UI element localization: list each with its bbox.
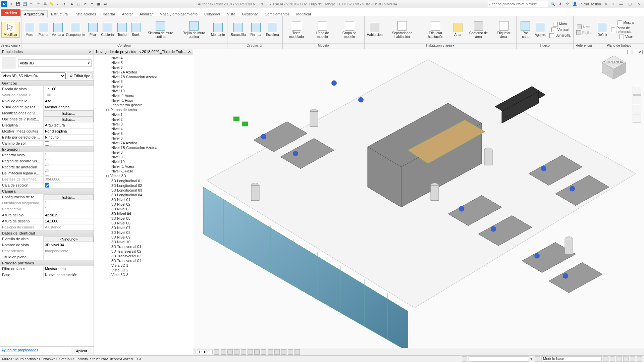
- prop-row[interactable]: Título en plano: [0, 254, 94, 260]
- tree-item[interactable]: Nivel 7B Coronacion Azotea: [94, 145, 193, 150]
- viewport-3d[interactable]: — ▢ ✕: [193, 49, 644, 355]
- type-selector[interactable]: Vista 3D ▾: [0, 55, 94, 71]
- ref-plane-button[interactable]: Plano de referencia: [610, 26, 642, 34]
- visual-style-icon[interactable]: [221, 349, 226, 355]
- prop-row[interactable]: Opciones de visualiz...Editar...: [0, 116, 94, 122]
- tree-item[interactable]: 3D Nivel 04: [94, 211, 193, 216]
- prop-row[interactable]: Región de recorte vis...: [0, 158, 94, 164]
- analytical-icon[interactable]: [288, 349, 293, 355]
- detail-level-icon[interactable]: [214, 349, 219, 355]
- close-icon[interactable]: ✕: [188, 50, 191, 54]
- tree-item[interactable]: Nivel -1 Foso: [94, 169, 193, 173]
- prop-row[interactable]: Escala de vista1 : 100: [0, 86, 94, 92]
- railing-button[interactable]: Barandilla: [229, 22, 248, 37]
- switch-win-icon[interactable]: ⧉: [103, 1, 108, 7]
- tree-item[interactable]: 3D Nivel 01: [94, 197, 193, 202]
- tree-item[interactable]: Nivel 2: [94, 117, 193, 122]
- area-button[interactable]: Área: [451, 22, 465, 37]
- search-icon[interactable]: 🔍: [550, 1, 555, 7]
- grid-button[interactable]: Rejilla: [575, 30, 593, 35]
- prop-row[interactable]: Recortar vista: [0, 152, 94, 158]
- tree-item[interactable]: 3D Longitudinal 04: [94, 193, 193, 197]
- area-boundary-button[interactable]: Contorno de área: [465, 20, 492, 39]
- worksharing-icon[interactable]: [281, 349, 286, 355]
- crop-view-icon[interactable]: [248, 349, 253, 355]
- roof-button[interactable]: Cubierta: [100, 22, 115, 37]
- tree-item[interactable]: Nivel 6: [94, 136, 193, 141]
- prop-row[interactable]: FaseNueva construcción: [0, 272, 94, 278]
- measure-icon[interactable]: 📏: [49, 1, 54, 7]
- tree-item[interactable]: Nivel 8: [94, 79, 193, 84]
- search-input[interactable]: [488, 1, 548, 7]
- prop-row[interactable]: Posición de cámaraAjustando: [0, 224, 94, 230]
- wall-opening-button[interactable]: Muro: [548, 21, 572, 27]
- tree-item[interactable]: Nivel 4: [94, 126, 193, 131]
- redo-icon[interactable]: ↷: [36, 1, 41, 7]
- filter-icon[interactable]: [637, 356, 642, 362]
- select-links-icon[interactable]: [603, 356, 608, 362]
- file-tab[interactable]: Archivo: [1, 9, 20, 16]
- restore-button[interactable]: ▢: [627, 1, 633, 7]
- prop-row[interactable]: DisciplinaArquitectura: [0, 122, 94, 128]
- comm-icon[interactable]: ☆: [565, 1, 570, 7]
- shadows-icon[interactable]: [234, 349, 239, 355]
- tree-item[interactable]: 3D Nivel 03: [94, 207, 193, 211]
- chevron-down-icon[interactable]: ▾: [88, 61, 90, 65]
- prop-row[interactable]: Nombre de vista3D Nivel 04: [0, 242, 94, 248]
- edit-type-button[interactable]: ⚙ Editar tipo: [67, 72, 93, 79]
- view-close-button[interactable]: ✕: [638, 50, 643, 54]
- tree-item[interactable]: Nivel 8: [94, 150, 193, 155]
- prop-row[interactable]: Delimitación lejana a...: [0, 170, 94, 176]
- prop-row[interactable]: Altura de destino14.1000: [0, 218, 94, 224]
- constraints-icon[interactable]: [294, 349, 300, 355]
- prop-row[interactable]: DependenciaIndependiente: [0, 248, 94, 254]
- sync-icon[interactable]: 🔄: [22, 1, 28, 7]
- design-options-combo[interactable]: Modelo base: [541, 356, 602, 362]
- dormer-button[interactable]: Buhardilla: [548, 33, 572, 38]
- mullion-button[interactable]: Montante: [210, 22, 226, 37]
- close-icon[interactable]: ✕: [89, 50, 92, 54]
- temp-hide-icon[interactable]: [268, 349, 273, 355]
- opening-face-button[interactable]: Por cara: [518, 20, 533, 39]
- ceiling-button[interactable]: Techo: [115, 22, 129, 37]
- browser-tree[interactable]: Nivel 4Nivel 5Nivel 6Nivel 7A AzoteaNive…: [94, 55, 193, 355]
- tree-item[interactable]: 3D Nivel 05: [94, 216, 193, 221]
- tag-room-button[interactable]: Etiquetar habitación: [421, 20, 450, 39]
- tree-item[interactable]: 3D Longitudinal 02: [94, 183, 193, 188]
- editable-only-icon[interactable]: [535, 356, 540, 362]
- view-max-button[interactable]: ▢: [633, 50, 637, 54]
- prop-row[interactable]: Configuración de re...Editar...: [0, 194, 94, 200]
- viewer-button[interactable]: Visor: [610, 34, 642, 40]
- sub-icon[interactable]: ⚷: [557, 1, 563, 7]
- shaft-button[interactable]: Agujero: [533, 22, 547, 37]
- vertical-opening-button[interactable]: Vertical: [548, 27, 572, 33]
- sun-path-icon[interactable]: [227, 349, 233, 355]
- tree-item[interactable]: 3D Transversal 01: [94, 244, 193, 249]
- model-group-button[interactable]: Grupo de modelo: [336, 20, 363, 39]
- orbit-tool[interactable]: [633, 114, 641, 123]
- tree-item[interactable]: 3D Nivel 10: [94, 240, 193, 244]
- component-button[interactable]: Componente: [66, 22, 86, 37]
- prop-row[interactable]: Filtro de fasesMostrar todo: [0, 266, 94, 272]
- view-scale[interactable]: 1 : 100: [195, 350, 213, 354]
- workset-icon[interactable]: [462, 356, 467, 362]
- pan-tool[interactable]: [633, 95, 641, 104]
- tree-item[interactable]: 3D Nivel 08: [94, 230, 193, 235]
- prop-row[interactable]: Altura del ojo42.9819: [0, 212, 94, 218]
- render-icon[interactable]: [241, 349, 246, 355]
- instance-select[interactable]: Vista 3D: 3D Nivel 04: [1, 72, 66, 79]
- close-button[interactable]: ✕: [635, 1, 642, 7]
- unlock-3d-icon[interactable]: [261, 349, 266, 355]
- apply-button[interactable]: Aplicar: [71, 348, 92, 354]
- full-nav-wheel[interactable]: [633, 86, 641, 95]
- tree-item[interactable]: Nivel 6: [94, 65, 193, 70]
- section-icon[interactable]: ✂: [83, 1, 88, 7]
- tag-icon[interactable]: 🏷: [62, 1, 68, 7]
- model-view[interactable]: [193, 49, 644, 355]
- login-label[interactable]: Iniciar sesión: [580, 2, 601, 6]
- tree-item[interactable]: Planimetría general: [94, 103, 193, 107]
- tree-item[interactable]: 3D Nivel 06: [94, 221, 193, 225]
- window-button[interactable]: Ventana: [51, 22, 65, 37]
- curtain-system-button[interactable]: Sistema de muro cortina: [144, 20, 177, 39]
- select-face-icon[interactable]: [623, 356, 629, 362]
